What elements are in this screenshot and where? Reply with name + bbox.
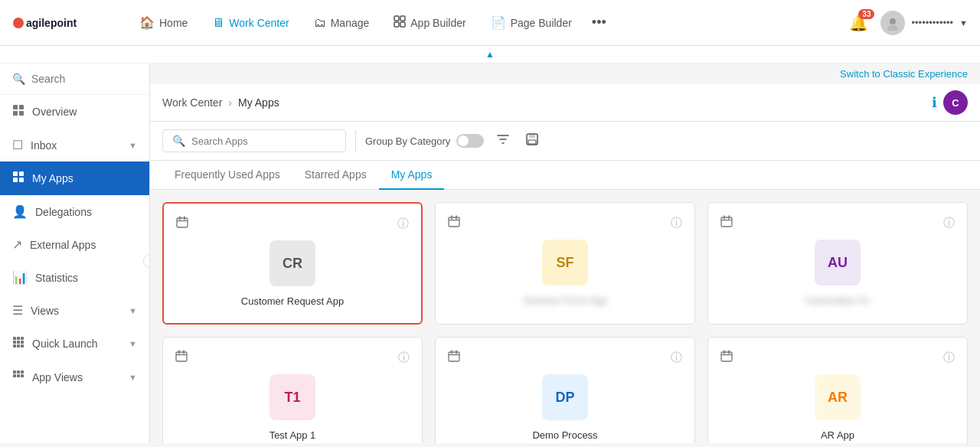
- inbox-chevron-icon: ▼: [129, 141, 137, 150]
- sidebar-overview-label: Overview: [32, 106, 137, 118]
- sidebar-statistics-label: Statistics: [35, 272, 137, 284]
- toolbar: 🔍 Group By Category: [150, 122, 980, 161]
- tab-myapps[interactable]: My Apps: [379, 161, 445, 190]
- nav-home-label: Home: [159, 17, 188, 29]
- sidebar-externalapps-label: External Apps: [30, 239, 137, 251]
- quicklaunch-icon: [12, 336, 24, 351]
- svg-rect-26: [17, 370, 20, 374]
- card-name-3: Test App 1: [175, 429, 410, 441]
- sidebar-search-icon: 🔍: [12, 73, 25, 85]
- sidebar-inbox-label: Inbox: [31, 139, 121, 152]
- sidebar-item-externalapps[interactable]: ↗ External Apps: [0, 228, 149, 261]
- logo: agilepoint: [12, 11, 104, 35]
- switch-classic-link[interactable]: Switch to Classic Experience: [840, 68, 968, 80]
- overview-icon: [12, 104, 24, 119]
- svg-rect-9: [19, 105, 24, 109]
- nav-appbuilder-label: App Builder: [410, 17, 466, 29]
- header-info-icon[interactable]: ℹ: [932, 94, 937, 111]
- save-button[interactable]: [522, 129, 542, 152]
- svg-rect-15: [19, 178, 24, 182]
- appbuilder-icon: [394, 15, 406, 31]
- sidebar-item-quicklaunch[interactable]: Quick Launch ▼: [0, 327, 149, 361]
- svg-point-0: [13, 18, 24, 28]
- svg-rect-50: [449, 352, 459, 361]
- externalapps-icon: ↗: [12, 237, 22, 252]
- app-grid: ⓘ CR Customer Request App ⓘ SF Summer Fo…: [150, 190, 980, 443]
- svg-rect-23: [17, 344, 20, 347]
- search-box[interactable]: 🔍: [162, 129, 346, 152]
- nav-manage[interactable]: 🗂 Manage: [303, 10, 381, 36]
- header-user-avatar[interactable]: C: [943, 90, 968, 115]
- card-top-2: ⓘ: [720, 215, 955, 230]
- group-by-toggle: Group By Category: [365, 134, 484, 148]
- nav-home[interactable]: 🏠 Home: [129, 9, 198, 36]
- sidebar-item-overview[interactable]: Overview: [0, 95, 149, 129]
- card-info-icon-2[interactable]: ⓘ: [943, 216, 955, 230]
- calendar-icon-2: [720, 215, 733, 230]
- nav-collapse-button[interactable]: ▲: [0, 46, 980, 64]
- svg-rect-4: [394, 22, 399, 27]
- app-card-4[interactable]: ⓘ DP Demo Process: [435, 337, 695, 443]
- app-card-0[interactable]: ⓘ CR Customer Request App: [162, 202, 423, 325]
- calendar-icon-0: [176, 216, 188, 231]
- content-top-bar: Switch to Classic Experience: [150, 64, 980, 84]
- nav-manage-label: Manage: [331, 17, 370, 29]
- sidebar-item-appviews[interactable]: App Views ▼: [0, 361, 149, 394]
- header-actions: ℹ C: [932, 90, 968, 115]
- card-info-icon-4[interactable]: ⓘ: [671, 351, 682, 365]
- svg-rect-27: [21, 370, 24, 374]
- filter-button[interactable]: [493, 129, 513, 152]
- svg-rect-22: [13, 344, 16, 347]
- svg-rect-38: [449, 217, 459, 227]
- sidebar-item-statistics[interactable]: 📊 Statistics: [0, 261, 149, 294]
- group-by-toggle-switch[interactable]: [456, 134, 484, 148]
- nav-workcenter-label: Work Center: [229, 17, 289, 29]
- sidebar-views-label: Views: [31, 305, 121, 317]
- nav-pagebuilder[interactable]: 📄 Page Builder: [480, 9, 583, 36]
- card-info-icon-3[interactable]: ⓘ: [398, 351, 410, 365]
- tab-starred[interactable]: Starred Apps: [292, 161, 379, 190]
- card-top-5: ⓘ: [720, 350, 955, 365]
- tab-frequently-used[interactable]: Frequently Used Apps: [162, 161, 292, 190]
- search-apps-input[interactable]: [191, 135, 336, 147]
- main-layout: 🔍 Overview ☐ Inbox ▼ My Apps 👤 Delegatio…: [0, 64, 980, 443]
- nav-appbuilder[interactable]: App Builder: [383, 9, 476, 37]
- views-chevron-icon: ▼: [129, 306, 137, 315]
- myapps-icon: [12, 171, 24, 186]
- svg-rect-17: [17, 337, 20, 340]
- card-info-icon-1[interactable]: ⓘ: [671, 216, 682, 230]
- nav-pagebuilder-label: Page Builder: [511, 17, 572, 29]
- nav-workcenter[interactable]: 🖥 Work Center: [201, 10, 299, 36]
- sidebar-search[interactable]: 🔍: [0, 64, 149, 95]
- sidebar-myapps-label: My Apps: [32, 172, 137, 184]
- nav-more-button[interactable]: •••: [586, 11, 612, 34]
- sidebar-quicklaunch-label: Quick Launch: [32, 338, 121, 350]
- sidebar-search-input[interactable]: [31, 73, 137, 85]
- app-card-3[interactable]: ⓘ T1 Test App 1: [162, 337, 423, 443]
- svg-rect-54: [721, 352, 732, 361]
- sidebar-item-delegations[interactable]: 👤 Delegations: [0, 195, 149, 228]
- svg-rect-32: [529, 134, 535, 138]
- sidebar-item-myapps[interactable]: My Apps: [0, 162, 149, 195]
- user-chevron-icon: ▼: [959, 18, 968, 28]
- notifications-button[interactable]: 🔔 33: [849, 14, 868, 32]
- toggle-knob: [458, 135, 469, 146]
- app-card-5[interactable]: ⓘ AR AR App: [707, 337, 968, 443]
- svg-rect-10: [13, 111, 18, 116]
- breadcrumb-parent[interactable]: Work Center: [162, 96, 222, 109]
- svg-rect-13: [19, 171, 24, 176]
- card-info-icon-0[interactable]: ⓘ: [397, 217, 409, 231]
- sidebar-item-inbox[interactable]: ☐ Inbox ▼: [0, 129, 149, 162]
- svg-rect-2: [394, 16, 399, 21]
- calendar-icon-3: [175, 350, 188, 365]
- card-name-5: AR App: [720, 429, 955, 441]
- home-icon: 🏠: [139, 15, 155, 30]
- app-card-2[interactable]: ⓘ AU Automation 01: [707, 202, 968, 325]
- svg-point-7: [887, 25, 898, 31]
- card-info-icon-5[interactable]: ⓘ: [943, 351, 955, 365]
- sidebar-item-views[interactable]: ☰ Views ▼: [0, 294, 149, 327]
- user-menu[interactable]: •••••••••••• ▼: [880, 11, 968, 35]
- views-icon: ☰: [12, 303, 23, 318]
- app-card-1[interactable]: ⓘ SF Summer Form App: [435, 202, 695, 325]
- manage-icon: 🗂: [314, 16, 326, 30]
